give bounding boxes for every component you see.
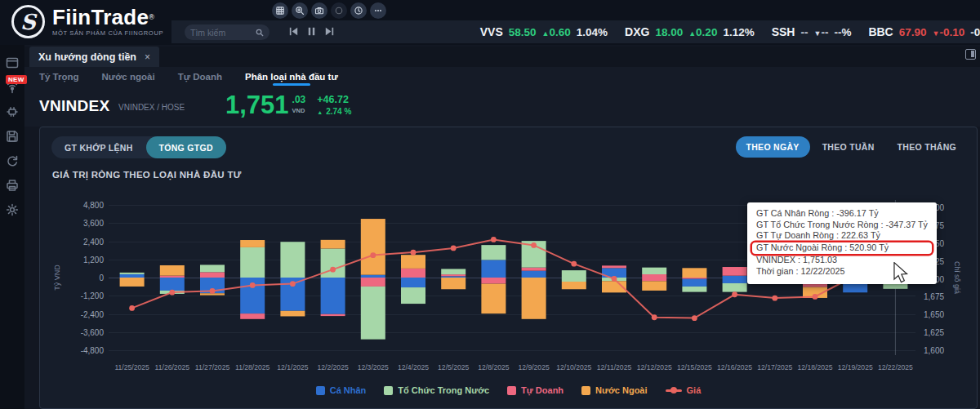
ticker-ssh[interactable]: SSH--▼----% — [772, 25, 852, 38]
nuoc_ngoai-bar-segment[interactable] — [160, 265, 185, 276]
nuoc_ngoai-bar-segment[interactable] — [562, 282, 586, 289]
nuoc_ngoai-bar-segment[interactable] — [642, 281, 666, 291]
zoom-button[interactable] — [292, 2, 308, 19]
ticker-dxg[interactable]: DXG18.00▲0.201.12% — [625, 25, 755, 38]
gia-point[interactable] — [652, 314, 657, 320]
sidebar-save-icon[interactable] — [5, 129, 20, 144]
gia-point[interactable] — [813, 294, 818, 300]
nuoc_ngoai-bar-segment[interactable] — [240, 240, 265, 247]
sidebar-window-icon[interactable] — [5, 56, 20, 70]
ca_nhan-bar-segment[interactable] — [321, 278, 345, 314]
tu_doanh-bar-segment[interactable] — [401, 269, 425, 278]
period-button[interactable]: THEO THÁNG — [887, 136, 967, 158]
gia-point[interactable] — [411, 250, 416, 256]
tu_doanh-bar-segment[interactable] — [441, 274, 466, 276]
to_chuc-bar-segment[interactable] — [562, 270, 586, 278]
tu_doanh-bar-segment[interactable] — [522, 268, 546, 271]
tu_doanh-bar-segment[interactable] — [682, 278, 706, 279]
gia-point[interactable] — [732, 291, 737, 297]
ca_nhan-bar-segment[interactable] — [441, 276, 466, 278]
to_chuc-bar-segment[interactable] — [642, 268, 666, 274]
nuoc_ngoai-bar-segment[interactable] — [361, 219, 385, 275]
sidebar-plugin-icon[interactable] — [5, 104, 20, 119]
ticker-bbc[interactable]: BBC67.90▼-0.10-0. — [868, 25, 980, 38]
tu_doanh-bar-segment[interactable] — [321, 314, 345, 316]
tu_doanh-bar-segment[interactable] — [240, 313, 265, 319]
gia-point[interactable] — [250, 282, 256, 288]
ca_nhan-bar-segment[interactable] — [160, 278, 185, 291]
tu_doanh-bar-segment[interactable] — [642, 278, 666, 281]
gia-point[interactable] — [772, 296, 777, 301]
to_chuc-bar-segment[interactable] — [723, 283, 747, 292]
nuoc_ngoai-bar-segment[interactable] — [401, 255, 425, 269]
gia-point[interactable] — [290, 281, 296, 287]
record-button[interactable] — [331, 2, 347, 19]
gia-point[interactable] — [129, 305, 135, 311]
gia-point[interactable] — [692, 315, 697, 321]
skip-forward-icon[interactable] — [323, 25, 336, 38]
gia-point[interactable] — [571, 261, 577, 267]
sidebar-printer-icon[interactable] — [5, 178, 20, 193]
gia-point[interactable] — [612, 276, 617, 282]
gia-point[interactable] — [451, 245, 457, 251]
tu_doanh-bar-segment[interactable] — [481, 278, 506, 284]
pause-icon[interactable] — [305, 25, 318, 38]
period-button[interactable]: THEO TUẦN — [812, 136, 885, 158]
gia-point[interactable] — [531, 242, 537, 248]
ca_nhan-bar-segment[interactable] — [522, 271, 546, 278]
subnav-item[interactable]: Tự Doanh — [178, 72, 222, 82]
to_chuc-bar-segment[interactable] — [361, 287, 385, 340]
ca_nhan-bar-segment[interactable] — [481, 260, 506, 278]
tab-xu-huong-dong-tien[interactable]: Xu hướng dòng tiền × — [29, 47, 159, 67]
value-type-button[interactable]: GT KHỚP LỆNH — [51, 136, 146, 158]
legend-item-ca_nhan[interactable]: Cá Nhân — [316, 385, 367, 395]
gia-point[interactable] — [210, 288, 216, 294]
legend-item-tu_doanh[interactable]: Tự Doanh — [507, 385, 564, 395]
legend-item-nuoc_ngoai[interactable]: Nước Ngoài — [581, 385, 647, 395]
to_chuc-bar-segment[interactable] — [883, 283, 907, 288]
gia-point[interactable] — [370, 252, 376, 258]
subnav-item[interactable]: Nước ngoài — [102, 72, 155, 82]
to_chuc-bar-segment[interactable] — [240, 247, 265, 278]
sidebar-refresh-icon[interactable] — [5, 153, 20, 168]
ca_nhan-bar-segment[interactable] — [120, 274, 145, 278]
nuoc_ngoai-bar-segment[interactable] — [441, 278, 466, 289]
period-button[interactable]: THEO NGÀY — [736, 136, 810, 158]
nuoc_ngoai-bar-segment[interactable] — [120, 278, 145, 287]
to_chuc-bar-segment[interactable] — [200, 265, 225, 272]
gia-point[interactable] — [491, 237, 497, 242]
ticker-vvs[interactable]: VVS58.50▲0.601.04% — [480, 25, 608, 38]
legend-item-gia[interactable]: Giá — [666, 385, 702, 395]
nuoc_ngoai-bar-segment[interactable] — [321, 240, 345, 249]
ca_nhan-bar-segment[interactable] — [401, 278, 425, 287]
ca_nhan-bar-segment[interactable] — [723, 276, 747, 278]
to_chuc-bar-segment[interactable] — [441, 269, 466, 274]
gia-point[interactable] — [169, 290, 175, 296]
value-type-button[interactable]: TỔNG GTGD — [146, 136, 226, 158]
nuoc_ngoai-bar-segment[interactable] — [682, 268, 706, 278]
skip-back-icon[interactable] — [287, 25, 300, 38]
subnav-item[interactable]: Phân loại nhà đầu tư — [245, 72, 338, 82]
clock-button[interactable] — [350, 2, 367, 19]
tu_doanh-bar-segment[interactable] — [200, 272, 225, 278]
nuoc_ngoai-bar-segment[interactable] — [280, 311, 305, 317]
nuoc_ngoai-bar-segment[interactable] — [522, 278, 546, 319]
more-button[interactable] — [370, 2, 386, 19]
search-input[interactable] — [190, 28, 256, 38]
to_chuc-bar-segment[interactable] — [481, 245, 506, 260]
to_chuc-bar-segment[interactable] — [120, 273, 145, 274]
sidebar-settings-icon[interactable] — [5, 202, 20, 217]
grid-button[interactable] — [272, 2, 288, 19]
camera-button[interactable] — [311, 2, 327, 19]
subnav-item[interactable]: Tỷ Trọng — [39, 72, 79, 82]
gia-point[interactable] — [330, 267, 336, 273]
tu_doanh-bar-segment[interactable] — [602, 265, 626, 268]
tu_doanh-bar-segment[interactable] — [642, 274, 666, 278]
to_chuc-bar-segment[interactable] — [682, 287, 706, 292]
legend-item-to_chuc[interactable]: Tổ Chức Trong Nước — [384, 385, 489, 395]
tu_doanh-bar-segment[interactable] — [361, 278, 385, 287]
to_chuc-bar-segment[interactable] — [401, 287, 425, 304]
tu_doanh-bar-segment[interactable] — [160, 276, 185, 278]
ca_nhan-bar-segment[interactable] — [682, 279, 706, 287]
to_chuc-bar-segment[interactable] — [562, 278, 586, 282]
